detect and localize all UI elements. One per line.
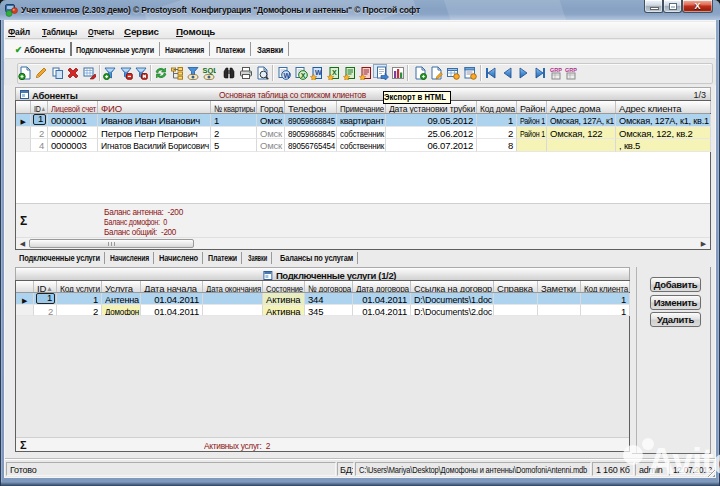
svg-text:X: X (332, 69, 337, 76)
svg-text:GRP: GRP (550, 67, 562, 73)
svg-text:W: W (284, 72, 291, 79)
svg-text:SQL: SQL (203, 66, 217, 75)
svg-text:X: X (301, 72, 306, 79)
svg-text:GRP: GRP (565, 67, 577, 73)
svg-text:W: W (315, 69, 322, 76)
